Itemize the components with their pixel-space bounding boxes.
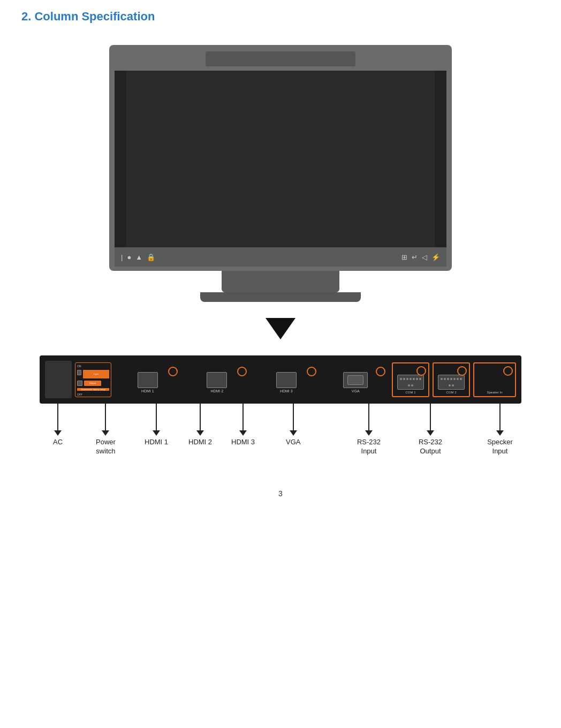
labels-row: AC Powerswitch HDMI 1 HDMI 2 HDMI 3 bbox=[40, 404, 521, 468]
arrow-section bbox=[0, 318, 561, 339]
com1-label: COM 1 bbox=[405, 391, 415, 394]
rs232-input-arrow-tip bbox=[365, 430, 373, 436]
ac-label-text: AC bbox=[53, 438, 63, 447]
monitor-section: | ● ▲ 🔒 ⊞ ↵ ◁ ⚡ bbox=[0, 45, 561, 302]
ac-arrow-line bbox=[57, 404, 58, 430]
labels-section: AC Powerswitch HDMI 1 HDMI 2 HDMI 3 bbox=[0, 404, 561, 468]
hdmi3-arrow-tip bbox=[239, 430, 247, 436]
vga-arrow-tip bbox=[290, 430, 297, 436]
power-switch-slot: ON Input Output Teamviewer factory setup… bbox=[75, 362, 111, 397]
vga-label-text: VGA bbox=[286, 438, 300, 447]
speaker-circle bbox=[503, 366, 513, 376]
com2-label: COM 2 bbox=[446, 391, 456, 394]
label-power-switch: Powerswitch bbox=[96, 404, 116, 456]
hdmi2-label: HDMI 2 bbox=[210, 389, 223, 393]
monitor-stand-base bbox=[200, 292, 361, 302]
off-label: OFF bbox=[77, 393, 109, 396]
monitor-top-bar bbox=[206, 51, 355, 66]
page-number: 3 bbox=[0, 489, 561, 498]
page-header: 2. Column Specification bbox=[0, 0, 561, 29]
hdmi3-label-text: HDMI 3 bbox=[231, 438, 255, 447]
rs232-output-label-text: RS-232Output bbox=[419, 438, 442, 456]
menu-icon: ▲ bbox=[135, 253, 142, 261]
rs232-output-arrow-line bbox=[430, 404, 431, 430]
factory-mini-label: Teamviewer factory setup bbox=[81, 388, 105, 391]
monitor-bezel bbox=[115, 71, 446, 247]
rs232-input-label-text: RS-232Input bbox=[357, 438, 381, 456]
page-title: 2. Column Specification bbox=[21, 10, 155, 23]
rs232-input-arrow-line bbox=[368, 404, 369, 430]
monitor-side-left bbox=[115, 71, 126, 247]
hdmi2-arrow-line bbox=[200, 404, 201, 430]
vga-arrow-line bbox=[293, 404, 294, 430]
label-rs232-output: RS-232Output bbox=[409, 404, 452, 456]
output-mini-label: Output bbox=[89, 382, 96, 384]
hdmi1-circle bbox=[168, 367, 178, 376]
page-number-text: 3 bbox=[278, 489, 283, 498]
com2-circle bbox=[457, 366, 467, 376]
vga-label: VGA bbox=[352, 389, 360, 393]
hdmi1-arrow-line bbox=[156, 404, 157, 430]
hdmi1-slot: HDMI 1 bbox=[115, 362, 181, 397]
on-label: ON bbox=[77, 365, 109, 368]
vga-slot: VGA bbox=[323, 362, 389, 397]
monitor-wrapper: | ● ▲ 🔒 ⊞ ↵ ◁ ⚡ bbox=[109, 45, 452, 302]
flash-icon: ⚡ bbox=[431, 253, 440, 261]
com1-circle bbox=[416, 366, 426, 376]
hdmi1-label-text: HDMI 1 bbox=[145, 438, 168, 447]
arrow-down-icon bbox=[266, 318, 295, 339]
monitor-bottom-bar: | ● ▲ 🔒 ⊞ ↵ ◁ ⚡ bbox=[115, 247, 446, 267]
hdmi3-circle bbox=[307, 367, 316, 376]
com1-slot: COM 1 bbox=[392, 362, 429, 397]
monitor-stand bbox=[222, 271, 339, 292]
display-icon: ⊞ bbox=[401, 253, 407, 261]
lock-icon: 🔒 bbox=[147, 253, 155, 261]
monitor-outer: | ● ▲ 🔒 ⊞ ↵ ◁ ⚡ bbox=[109, 45, 452, 271]
power-arrow-tip bbox=[102, 430, 109, 436]
label-vga: VGA bbox=[286, 404, 300, 447]
label-hdmi3: HDMI 3 bbox=[231, 404, 255, 447]
ac-arrow-tip bbox=[54, 430, 62, 436]
speaker-slot: Speaker In bbox=[473, 362, 516, 397]
power-icon: | bbox=[121, 253, 123, 261]
connector-panel-section: ON Input Output Teamviewer factory setup… bbox=[0, 355, 561, 404]
power-label-text: Powerswitch bbox=[96, 438, 116, 456]
input-mini-rect: Input bbox=[83, 370, 109, 378]
hdmi2-label-text: HDMI 2 bbox=[188, 438, 212, 447]
hdmi3-label: HDMI 3 bbox=[280, 389, 293, 393]
label-rs232-input: RS-232Input bbox=[350, 404, 388, 456]
input-icon: ↵ bbox=[412, 253, 418, 261]
monitor-screen bbox=[126, 71, 435, 247]
specker-arrow-line bbox=[499, 404, 501, 430]
label-specker-input: SpeckerInput bbox=[479, 404, 521, 456]
label-ac: AC bbox=[53, 404, 63, 447]
vga-circle bbox=[376, 367, 385, 376]
connector-panel: ON Input Output Teamviewer factory setup… bbox=[40, 355, 521, 404]
hdmi1-label: HDMI 1 bbox=[141, 389, 154, 393]
hdmi2-circle bbox=[237, 367, 247, 376]
ac-block bbox=[45, 361, 72, 398]
specker-arrow-tip bbox=[496, 430, 504, 436]
hdmi2-slot: HDMI 2 bbox=[184, 362, 251, 397]
hdmi2-arrow-tip bbox=[196, 430, 204, 436]
hdmi3-arrow-line bbox=[242, 404, 244, 430]
speaker-label: Speaker In bbox=[474, 391, 515, 394]
monitor-side-right bbox=[435, 71, 446, 247]
power-arrow-line bbox=[105, 404, 106, 430]
label-hdmi1: HDMI 1 bbox=[145, 404, 168, 447]
hdmi1-arrow-tip bbox=[153, 430, 160, 436]
com2-slot: COM 2 bbox=[433, 362, 470, 397]
hdmi3-slot: HDMI 3 bbox=[253, 362, 320, 397]
dot-icon: ● bbox=[127, 253, 131, 261]
label-hdmi2: HDMI 2 bbox=[188, 404, 212, 447]
vol-icon: ◁ bbox=[422, 253, 427, 261]
specker-label-text: SpeckerInput bbox=[487, 438, 513, 456]
rs232-output-arrow-tip bbox=[427, 430, 434, 436]
